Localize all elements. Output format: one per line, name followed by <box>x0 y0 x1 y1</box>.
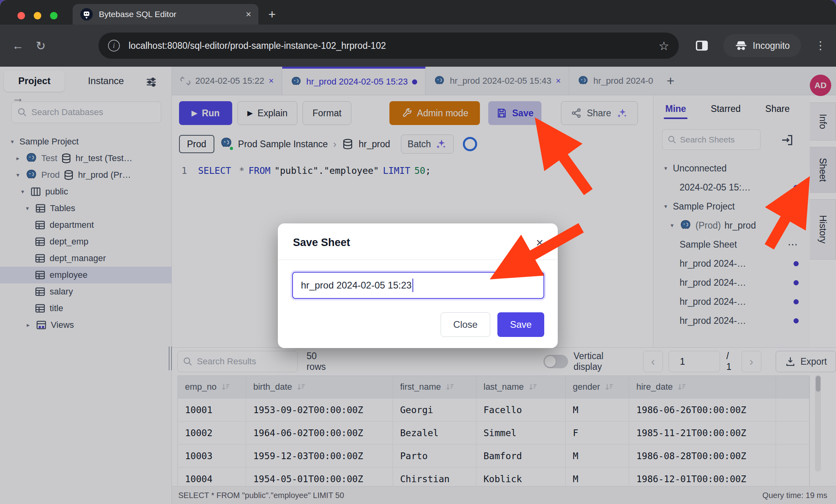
reload-icon[interactable]: ↻ <box>36 39 46 53</box>
mac-close-button[interactable] <box>17 12 25 19</box>
bytebase-favicon <box>80 8 93 21</box>
browser-menu-icon[interactable]: ⋮ <box>815 39 826 52</box>
mac-minimize-button[interactable] <box>34 12 41 19</box>
back-icon[interactable]: ← <box>12 39 24 52</box>
text-caret <box>412 279 414 292</box>
browser-tab-strip: Bytebase SQL Editor × + <box>0 0 836 25</box>
sheet-name-value: hr_prod 2024-02-05 15:23 <box>301 280 412 291</box>
modal-close-button[interactable]: Close <box>441 312 490 337</box>
browser-toolbar: ← → ↻ i localhost:8080/sql-editor/prod-s… <box>0 25 836 67</box>
side-panel-icon[interactable] <box>694 38 710 54</box>
sheet-name-input[interactable]: hr_prod 2024-02-05 15:23 <box>292 272 544 299</box>
url-text[interactable]: localhost:8080/sql-editor/prod-sample-in… <box>129 40 659 51</box>
browser-tab[interactable]: Bytebase SQL Editor × <box>73 4 258 25</box>
mac-zoom-button[interactable] <box>50 12 58 19</box>
bookmark-star-icon[interactable]: ☆ <box>659 39 669 53</box>
incognito-icon <box>734 39 748 52</box>
save-sheet-modal: Save Sheet × hr_prod 2024-02-05 15:23 Cl… <box>278 223 558 348</box>
modal-save-button[interactable]: Save <box>497 312 544 337</box>
incognito-badge: Incognito <box>723 34 801 57</box>
browser-window: Bytebase SQL Editor × + ← → ↻ i localhos… <box>0 0 836 504</box>
modal-title: Save Sheet <box>293 237 536 249</box>
modal-close-icon[interactable]: × <box>536 235 543 250</box>
site-info-icon[interactable]: i <box>108 40 120 52</box>
browser-tab-title: Bytebase SQL Editor <box>99 10 240 19</box>
incognito-label: Incognito <box>753 40 790 51</box>
browser-tab-close-icon[interactable]: × <box>246 9 251 20</box>
modal-divider <box>279 260 557 260</box>
new-tab-button[interactable]: + <box>268 7 276 22</box>
url-bar[interactable]: i localhost:8080/sql-editor/prod-sample-… <box>98 33 679 59</box>
